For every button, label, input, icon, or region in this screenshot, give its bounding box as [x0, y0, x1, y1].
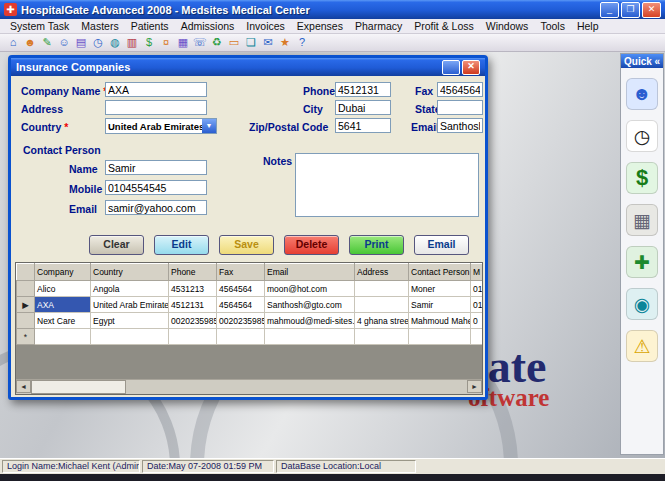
menu-tools[interactable]: Tools	[534, 20, 571, 32]
email-button[interactable]: Email	[414, 235, 469, 255]
col-phone[interactable]: Phone	[169, 264, 217, 281]
edit-icon[interactable]: ✎	[39, 35, 55, 50]
grid-horizontal-scrollbar[interactable]: ◄ ►	[16, 379, 482, 394]
phone-icon[interactable]: ☏	[192, 35, 208, 50]
minimize-button[interactable]: _	[600, 2, 619, 18]
city-field[interactable]	[335, 100, 391, 115]
cell-empty[interactable]	[409, 329, 471, 345]
table-row[interactable]: Next Care Egypt 00202359855 002023598554…	[17, 313, 483, 329]
row-selector[interactable]	[17, 313, 35, 329]
cell-phone[interactable]: 4512131	[169, 297, 217, 313]
cell-address[interactable]	[355, 281, 409, 297]
company-name-field[interactable]	[105, 82, 207, 97]
collapse-icon[interactable]: «	[654, 56, 660, 67]
dialog-minimize-button[interactable]	[442, 60, 460, 75]
favorites-icon[interactable]: ★	[277, 35, 293, 50]
cash-icon[interactable]: $	[141, 35, 157, 50]
cell-empty[interactable]	[471, 329, 483, 345]
dialog-close-button[interactable]: ✕	[462, 60, 480, 75]
cell-company[interactable]: Next Care	[35, 313, 91, 329]
col-company[interactable]: Company	[35, 264, 91, 281]
invoice-icon[interactable]: ▥	[124, 35, 140, 50]
country-dropdown[interactable]: United Arab Emirates ▼	[105, 118, 217, 134]
delete-button[interactable]: Delete	[284, 235, 339, 255]
currency-icon[interactable]: ¤	[158, 35, 174, 50]
cell-email[interactable]: moon@hot.com	[265, 281, 355, 297]
menu-patients[interactable]: Patients	[125, 20, 175, 32]
menu-profit-loss[interactable]: Profit & Loss	[408, 20, 480, 32]
cell-empty[interactable]	[91, 329, 169, 345]
cell-fax[interactable]: 4564564	[217, 297, 265, 313]
cell-mobile[interactable]: 01	[471, 297, 483, 313]
menu-invoices[interactable]: Invoices	[240, 20, 291, 32]
cell-mobile[interactable]: 0	[471, 313, 483, 329]
reports-icon[interactable]: ▦	[175, 35, 191, 50]
close-button[interactable]: ✕	[642, 2, 661, 18]
edit-button[interactable]: Edit	[154, 235, 209, 255]
cell-company[interactable]: Alico	[35, 281, 91, 297]
new-row-marker[interactable]: *	[17, 329, 35, 345]
company-email-field[interactable]	[437, 118, 483, 133]
cell-company[interactable]: AXA	[35, 297, 91, 313]
maximize-button[interactable]: ❐	[621, 2, 640, 18]
zip-field[interactable]	[335, 118, 391, 133]
save-button[interactable]: Save	[219, 235, 274, 255]
cell-mobile[interactable]: 01	[471, 281, 483, 297]
scrollbar-track[interactable]	[126, 380, 467, 394]
table-row[interactable]: Alico Angola 4531213 4564564 moon@hot.co…	[17, 281, 483, 297]
help-icon[interactable]: ?	[294, 35, 310, 50]
window-icon[interactable]: ⌂	[5, 35, 21, 50]
row-selector-current[interactable]: ▶	[17, 297, 35, 313]
col-address[interactable]: Address	[355, 264, 409, 281]
menu-masters[interactable]: Masters	[75, 20, 124, 32]
notes-field[interactable]	[295, 153, 479, 217]
fax-field[interactable]	[437, 82, 483, 97]
col-country[interactable]: Country	[91, 264, 169, 281]
cell-email[interactable]: Santhosh@gto.com	[265, 297, 355, 313]
menu-pharmacy[interactable]: Pharmacy	[349, 20, 408, 32]
schedule-icon[interactable]: ◷	[90, 35, 106, 50]
menu-expenses[interactable]: Expenses	[291, 20, 349, 32]
contact-mobile-field[interactable]	[105, 180, 207, 195]
cell-fax[interactable]: 4564564	[217, 281, 265, 297]
search-quick-icon[interactable]: ◉	[626, 288, 658, 320]
cell-contact[interactable]: Mahmoud Maher Emam	[409, 313, 471, 329]
chevron-down-icon[interactable]: ▼	[202, 119, 216, 133]
records-quick-icon[interactable]: ▦	[626, 204, 658, 236]
patients-quick-icon[interactable]: ☻	[626, 78, 658, 110]
contact-name-field[interactable]	[105, 160, 207, 175]
phone-field[interactable]	[335, 82, 391, 97]
row-selector[interactable]	[17, 281, 35, 297]
cell-address[interactable]: 4 ghana street	[355, 313, 409, 329]
billing-quick-icon[interactable]: $	[626, 162, 658, 194]
image-icon[interactable]: ❏	[243, 35, 259, 50]
col-email[interactable]: Email	[265, 264, 355, 281]
mail-icon[interactable]: ✉	[260, 35, 276, 50]
scrollbar-thumb[interactable]	[31, 380, 126, 394]
refresh-icon[interactable]: ♻	[209, 35, 225, 50]
col-fax[interactable]: Fax	[217, 264, 265, 281]
col-contact-person[interactable]: Contact Person	[409, 264, 471, 281]
cell-country[interactable]: Angola	[91, 281, 169, 297]
menu-system-task[interactable]: System Task	[4, 20, 75, 32]
cell-contact[interactable]: Moner	[409, 281, 471, 297]
scroll-right-icon[interactable]: ►	[467, 380, 482, 393]
clear-button[interactable]: Clear	[89, 235, 144, 255]
cell-fax[interactable]: 002023598554	[217, 313, 265, 329]
cell-empty[interactable]	[35, 329, 91, 345]
cell-country[interactable]: Egypt	[91, 313, 169, 329]
patients-icon[interactable]: ☻	[22, 35, 38, 50]
contact-icon[interactable]: ☺	[56, 35, 72, 50]
alerts-quick-icon[interactable]: ⚠	[626, 330, 658, 362]
clock-quick-icon[interactable]: ◷	[626, 120, 658, 152]
cell-phone[interactable]: 00202359855	[169, 313, 217, 329]
cell-address[interactable]	[355, 297, 409, 313]
cell-country[interactable]: United Arab Emirates	[91, 297, 169, 313]
cell-empty[interactable]	[169, 329, 217, 345]
menu-admissions[interactable]: Admissions	[175, 20, 241, 32]
cell-empty[interactable]	[217, 329, 265, 345]
scroll-left-icon[interactable]: ◄	[16, 380, 31, 393]
admission-icon[interactable]: ▤	[73, 35, 89, 50]
menu-windows[interactable]: Windows	[480, 20, 535, 32]
print-button[interactable]: Print	[349, 235, 404, 255]
